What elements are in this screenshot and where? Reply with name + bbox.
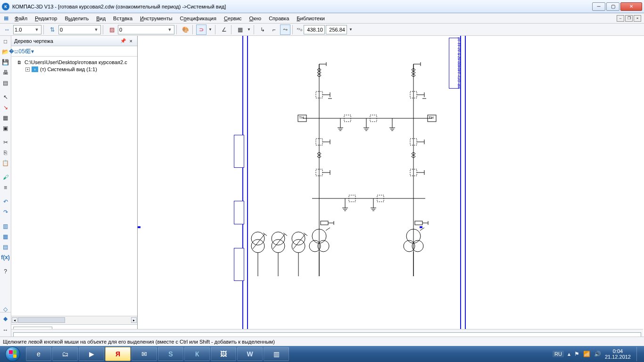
mdi-restore-button[interactable]: ❐ [625, 15, 633, 22]
menu-tools[interactable]: Инструменты [137, 15, 176, 22]
show-desktop-button[interactable] [636, 347, 641, 361]
pin-icon[interactable]: 📌 [118, 38, 128, 43]
tray-clock[interactable]: 0:04 21.12.2012 [605, 348, 631, 360]
tree-mode-icon[interactable]: ☰▾ [25, 46, 35, 57]
dim2-icon[interactable]: ↔ [0, 325, 11, 335]
lib2-icon[interactable]: ▦ [1, 232, 10, 241]
magnet-dd-icon[interactable]: ▼ [207, 25, 213, 35]
chevron-down-icon[interactable]: ▼ [166, 27, 173, 32]
help-icon[interactable]: ? [1, 267, 10, 276]
taskbar-photos[interactable]: 🖼 [211, 347, 236, 361]
tool-icon[interactable]: 🎨 [180, 25, 190, 35]
menu-window[interactable]: Окно [246, 15, 265, 22]
undo-icon[interactable]: ↶ [1, 197, 10, 206]
save-icon[interactable]: 💾 [1, 58, 10, 67]
taskbar-skype[interactable]: S [158, 347, 183, 361]
ortho-icon[interactable]: ↳ [257, 25, 268, 35]
print-icon[interactable]: 🖶 [1, 68, 10, 77]
tree-file-row[interactable]: 🗎 C:\Users\User\Desktop\готовая курсовая… [12, 58, 136, 66]
taskbar-yandex[interactable]: Я [105, 347, 131, 361]
taskbar-explorer[interactable]: 🗂 [52, 347, 78, 361]
paste-icon[interactable]: 📋 [1, 158, 10, 168]
lib3-icon[interactable]: ▤ [1, 242, 10, 252]
start-button[interactable] [0, 346, 25, 362]
grid-dd-icon[interactable]: ▼ [246, 25, 252, 35]
window-titlebar: К КОМПАС-3D V13 - [готовая курсовая2.cdw… [0, 0, 644, 13]
close-button[interactable]: ✕ [620, 2, 642, 11]
svg-line-69 [273, 234, 285, 249]
brush-icon[interactable]: 🖌 [1, 173, 10, 182]
main-toolbar: ↔ ▼ ⇅ ▼ ▨ ▼ 🎨 ⊃ ▼ ∠ ▦ ▼ ↳ ⌐ ⤳ ˣʸ₀ 438.10… [0, 24, 644, 36]
angle-icon[interactable]: ∠ [219, 25, 229, 35]
tray-network-icon[interactable]: 📶 [583, 351, 590, 357]
fx-icon[interactable]: f(x) [1, 253, 10, 262]
taskbar-mail[interactable]: ✉ [132, 347, 157, 361]
grid-icon[interactable]: ▦ [235, 25, 245, 35]
tree-view-row[interactable]: + т (т) Системный вид (1:1) [12, 66, 136, 73]
tree-mode-icon[interactable]: �ස056; [14, 46, 25, 57]
schematic-svg [138, 36, 644, 335]
taskbar-kompas[interactable]: К [184, 347, 210, 361]
arrow-icon[interactable]: ↖ [1, 92, 10, 102]
scale-input[interactable] [15, 27, 33, 33]
lang-indicator[interactable]: RU [553, 351, 564, 357]
copy-icon[interactable]: ⎘ [1, 148, 10, 157]
scroll-thumb[interactable] [18, 317, 65, 323]
chevron-down-icon[interactable]: ▼ [33, 27, 40, 32]
scale-combo[interactable]: ▼ [13, 25, 41, 34]
coord-y: 256.84 [326, 25, 347, 34]
tree-close-icon[interactable]: × [128, 38, 134, 44]
tree-hscrollbar[interactable]: ◂ ▸ [11, 316, 137, 324]
expand-icon[interactable]: + [25, 67, 30, 72]
tray-volume-icon[interactable]: 🔊 [594, 351, 601, 357]
select-icon[interactable]: ↘ [1, 103, 10, 112]
redo-icon[interactable]: ↷ [1, 207, 10, 217]
taskbar-wmp[interactable]: ▶ [79, 347, 104, 361]
chevron-down-icon[interactable]: ▼ [93, 27, 99, 32]
menu-help[interactable]: Справка [265, 15, 292, 22]
view-icon[interactable]: ▣ [1, 123, 10, 133]
mdi-minimize-button[interactable]: – [617, 15, 624, 22]
cut-icon[interactable]: ✂ [1, 138, 10, 147]
geom2-icon[interactable]: ◆ [0, 313, 11, 324]
step-icon[interactable]: ⇅ [47, 25, 58, 35]
svg-point-63 [251, 239, 264, 253]
round-icon[interactable]: ⤳ [280, 25, 290, 35]
taskbar: e 🗂 ▶ Я ✉ S К 🖼 W ▥ RU ▴ ⚑ 📶 🔊 0:04 21.1… [0, 346, 644, 362]
taskbar-app[interactable]: ▥ [264, 347, 289, 361]
scroll-right-icon[interactable]: ▸ [131, 317, 137, 323]
menu-editor[interactable]: Редактор [32, 15, 60, 22]
mdi-close-button[interactable]: × [634, 15, 641, 22]
menu-file[interactable]: Файл [11, 15, 31, 22]
lib1-icon[interactable]: ▥ [1, 222, 10, 231]
perp-icon[interactable]: ⌐ [269, 25, 279, 35]
props-icon[interactable]: ≡ [1, 183, 10, 192]
scroll-left-icon[interactable]: ◂ [12, 317, 17, 323]
maximize-button[interactable]: ▢ [606, 2, 619, 11]
menu-service[interactable]: Сервис [221, 15, 245, 22]
drawing-canvas[interactable]: КФ ОГУ 140400.62 5 12.11 33 [138, 36, 644, 335]
tree-body[interactable]: 🗎 C:\Users\User\Desktop\готовая курсовая… [11, 57, 137, 316]
magnet-icon[interactable]: ⊃ [196, 25, 206, 35]
tray-flag-icon[interactable]: ⚑ [574, 351, 579, 357]
layer-input[interactable] [119, 27, 166, 33]
new-icon[interactable]: □ [1, 37, 10, 46]
menu-spec[interactable]: Спецификация [177, 15, 220, 22]
coord-dd-icon[interactable]: ▼ [348, 25, 354, 35]
preview-icon[interactable]: ▤ [1, 78, 10, 88]
layers-icon[interactable]: ▦ [1, 113, 10, 123]
tray-chevron-icon[interactable]: ▴ [568, 351, 570, 357]
app-menu-icon[interactable]: ▦ [2, 14, 10, 23]
step-input[interactable] [60, 27, 93, 33]
menu-insert[interactable]: Вставка [110, 15, 136, 22]
step-combo[interactable]: ▼ [58, 25, 101, 34]
menu-select[interactable]: Выделить [61, 15, 92, 22]
snap-icon[interactable]: ↔ [2, 25, 12, 35]
taskbar-ie[interactable]: e [26, 347, 51, 361]
minimize-button[interactable]: ─ [592, 2, 605, 11]
hatch-icon[interactable]: ▨ [107, 25, 117, 35]
layer-combo[interactable]: ▼ [118, 25, 174, 34]
menu-libs[interactable]: Библиотеки [293, 15, 328, 22]
menu-view[interactable]: Вид [93, 15, 109, 22]
taskbar-word[interactable]: W [237, 347, 263, 361]
